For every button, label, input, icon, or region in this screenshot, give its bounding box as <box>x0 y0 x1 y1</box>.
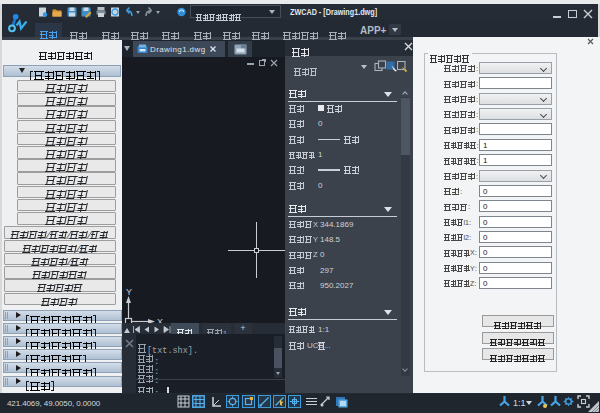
svg-text:Y: Y <box>126 287 132 297</box>
